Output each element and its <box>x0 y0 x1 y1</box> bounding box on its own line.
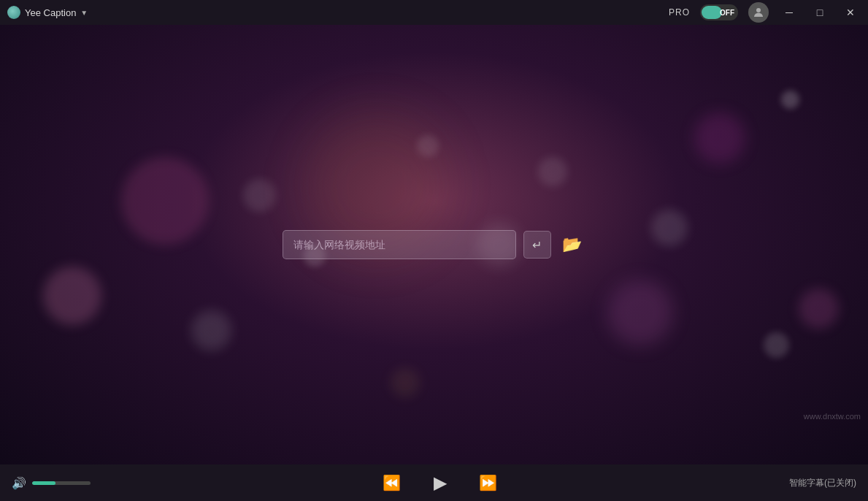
svg-point-0 <box>756 8 761 12</box>
caption-status[interactable]: 智能字幕(已关闭) <box>789 477 856 489</box>
titlebar: Yee Caption ▼ PRO OFF ─ □ ✕ <box>0 0 868 25</box>
input-area: ↵ 📂 <box>283 230 586 259</box>
user-avatar[interactable] <box>748 2 769 23</box>
folder-button[interactable]: 📂 <box>558 231 586 259</box>
enter-button[interactable]: ↵ <box>523 231 551 259</box>
bottombar: 🔊 ⏪ ▶ ⏩ 智能字幕(已关闭) <box>0 464 868 501</box>
forward-button[interactable]: ⏩ <box>475 470 502 496</box>
close-button[interactable]: ✕ <box>840 2 861 23</box>
app-logo <box>7 6 20 19</box>
toggle-knob <box>702 6 722 19</box>
toggle-off-label: OFF <box>720 9 734 17</box>
pro-toggle[interactable]: OFF <box>700 4 738 20</box>
maximize-button[interactable]: □ <box>810 2 830 23</box>
volume-icon[interactable]: 🔊 <box>12 476 26 490</box>
dropdown-arrow[interactable]: ▼ <box>80 9 88 17</box>
url-input[interactable] <box>283 230 516 259</box>
volume-section: 🔊 <box>12 476 91 490</box>
volume-fill <box>32 481 55 485</box>
titlebar-right: PRO OFF ─ □ ✕ <box>669 2 861 23</box>
play-button[interactable]: ▶ <box>427 470 453 496</box>
pro-label: PRO <box>669 7 690 18</box>
controls-center: ⏪ ▶ ⏩ <box>91 470 789 496</box>
rewind-button[interactable]: ⏪ <box>379 470 405 496</box>
minimize-button[interactable]: ─ <box>779 2 799 23</box>
main-area: ↵ 📂 www.dnxtw.com <box>0 25 868 464</box>
volume-bar[interactable] <box>32 481 91 485</box>
titlebar-left: Yee Caption ▼ <box>7 6 669 19</box>
app-title: Yee Caption <box>25 7 76 18</box>
